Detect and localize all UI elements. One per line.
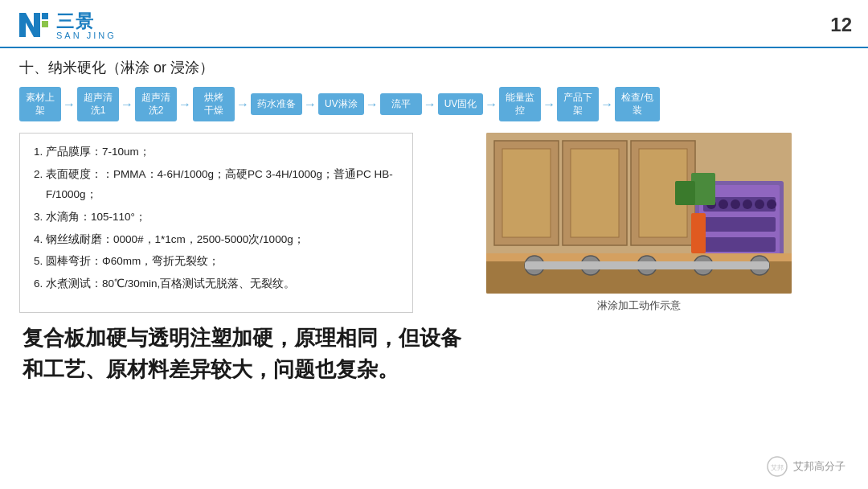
process-arrow-8: → — [542, 97, 555, 112]
svg-rect-15 — [703, 237, 776, 252]
spec-item-2: 水滴角：105-110°； — [46, 207, 401, 228]
image-area: 淋涂加工动作示意 — [429, 133, 849, 313]
spec-item-5: 水煮测试：80℃/30min,百格测试无脱落、无裂纹。 — [46, 273, 401, 294]
svg-point-17 — [719, 199, 728, 209]
logo-area: 三景 SAN JING — [16, 8, 117, 42]
machine-illustration — [486, 133, 792, 294]
page-number: 12 — [830, 14, 852, 36]
process-arrow-2: → — [178, 97, 191, 112]
spec-item-3: 钢丝绒耐磨：0000#，1*1cm，2500-5000次/1000g； — [46, 229, 401, 250]
specs-list: 产品膜厚：7-10um；表面硬度：：PMMA：4-6H/1000g；高硬PC 3… — [31, 142, 401, 294]
section-title: 十、纳米硬化（淋涂 or 浸涂） — [19, 58, 849, 77]
process-flow: 素材上 架→超声清 洗1→超声清 洗2→烘烤 干燥→药水准备→UV淋涂→流平→U… — [19, 87, 849, 121]
process-arrow-7: → — [485, 97, 497, 112]
svg-rect-24 — [691, 213, 706, 253]
process-step-5: UV淋涂 — [318, 93, 364, 116]
process-step-0: 素材上 架 — [19, 87, 61, 121]
header: 三景 SAN JING 12 — [0, 0, 868, 48]
main-body: 产品膜厚：7-10um；表面硬度：：PMMA：4-6H/1000g；高硬PC 3… — [19, 133, 849, 313]
svg-rect-2 — [42, 13, 48, 19]
svg-point-21 — [767, 199, 776, 209]
process-step-4: 药水准备 — [251, 93, 302, 116]
company-sub: SAN JING — [56, 31, 117, 40]
specs-box: 产品膜厚：7-10um；表面硬度：：PMMA：4-6H/1000g；高硬PC 3… — [19, 133, 413, 313]
watermark-icon: 艾邦 — [766, 455, 788, 478]
watermark: 艾邦 艾邦高分子 — [766, 455, 845, 478]
process-arrow-9: → — [600, 97, 613, 112]
bottom-line2: 和工艺、原材料差异较大，问题也复杂。 — [23, 354, 849, 385]
svg-text:艾邦: 艾邦 — [771, 464, 784, 471]
process-arrow-4: → — [304, 97, 317, 112]
bottom-text: 复合板加硬与透明注塑加硬，原理相同，但设备 和工艺、原材料差异较大，问题也复杂。 — [19, 323, 849, 385]
content-area: 十、纳米硬化（淋涂 or 浸涂） 素材上 架→超声清 洗1→超声清 洗2→烘烤 … — [0, 48, 868, 393]
process-step-7: UV固化 — [438, 93, 484, 116]
bottom-line1: 复合板加硬与透明注塑加硬，原理相同，但设备 — [23, 323, 849, 354]
spec-item-1: 表面硬度：：PMMA：4-6H/1000g；高硬PC 3-4H/1000g；普通… — [46, 164, 401, 205]
svg-rect-14 — [703, 217, 776, 232]
svg-point-18 — [731, 199, 740, 209]
spec-item-0: 产品膜厚：7-10um； — [46, 142, 401, 162]
watermark-text: 艾邦高分子 — [793, 459, 845, 474]
process-arrow-3: → — [236, 97, 249, 112]
process-arrow-6: → — [424, 97, 436, 112]
process-step-10: 检查/包 装 — [615, 87, 659, 121]
process-step-6: 流平 — [380, 93, 422, 116]
process-step-9: 产品下 架 — [557, 87, 599, 121]
svg-rect-9 — [571, 149, 619, 237]
process-step-1: 超声清 洗1 — [77, 87, 119, 121]
process-step-2: 超声清 洗2 — [135, 87, 177, 121]
logo-text-group: 三景 SAN JING — [56, 10, 117, 40]
company-logo-icon — [16, 8, 50, 42]
process-arrow-1: → — [121, 97, 133, 112]
svg-point-20 — [755, 199, 764, 209]
spec-item-4: 圆棒弯折：Φ60mm，弯折无裂纹； — [46, 251, 401, 272]
image-caption: 淋涂加工动作示意 — [597, 298, 681, 313]
process-arrow-0: → — [63, 97, 76, 112]
svg-rect-3 — [42, 21, 48, 27]
svg-rect-8 — [502, 149, 551, 237]
svg-point-19 — [743, 199, 752, 209]
svg-rect-32 — [525, 261, 769, 269]
process-step-8: 能量监 控 — [499, 87, 541, 121]
process-arrow-5: → — [366, 97, 379, 112]
process-step-3: 烘烤 干燥 — [193, 87, 235, 121]
machine-image — [486, 133, 792, 294]
svg-rect-23 — [675, 181, 695, 205]
